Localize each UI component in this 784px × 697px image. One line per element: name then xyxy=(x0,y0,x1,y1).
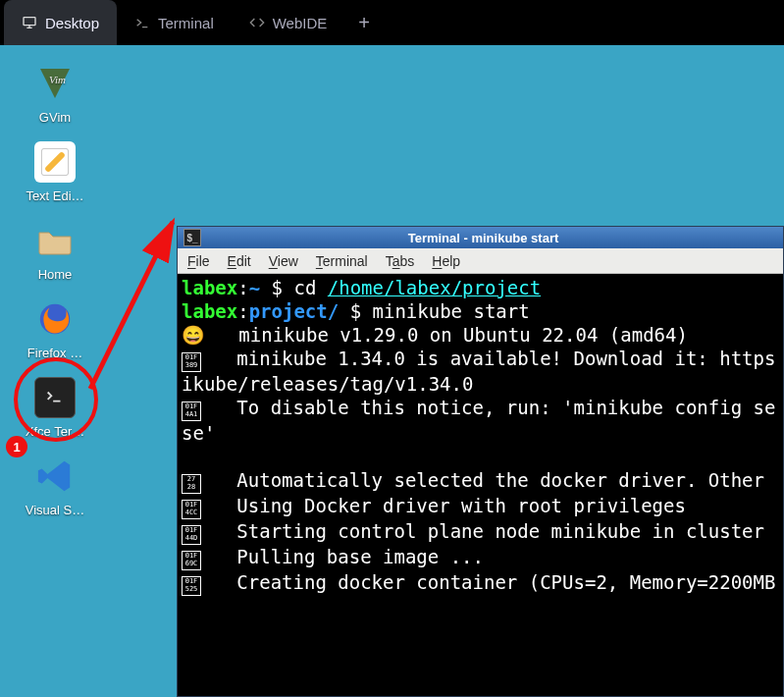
desktop-icon-label: GVim xyxy=(16,110,94,125)
text-editor-icon xyxy=(34,141,76,183)
new-tab-button[interactable]: + xyxy=(344,0,384,45)
menu-edit[interactable]: Edit xyxy=(228,253,251,269)
desktop-icon-label: Visual S… xyxy=(16,503,94,517)
desktop-icon-home[interactable]: Home xyxy=(16,220,94,282)
desktop-icon-label: Xfce Ter… xyxy=(16,424,94,439)
desktop-icon-xfce-terminal[interactable]: Xfce Ter… xyxy=(16,377,94,439)
terminal-icon xyxy=(34,377,76,418)
terminal-window: $_ Terminal - minikube start File Edit V… xyxy=(177,226,784,697)
desktop-icon-text-editor[interactable]: Text Edi… xyxy=(16,141,94,203)
monitor-icon xyxy=(22,15,37,30)
menu-tabs[interactable]: Tabs xyxy=(386,253,415,269)
tab-webide[interactable]: WebIDE xyxy=(232,0,345,45)
desktop-icon-vscode[interactable]: Visual S… xyxy=(16,456,94,517)
desktop-icon-label: Firefox … xyxy=(16,346,94,360)
window-icon: $_ xyxy=(183,229,201,246)
menu-help[interactable]: Help xyxy=(432,253,460,269)
svg-rect-0 xyxy=(24,18,35,26)
menu-terminal[interactable]: Terminal xyxy=(316,253,368,269)
desktop-icon-gvim[interactable]: Vim GVim xyxy=(16,63,94,125)
desktop-area[interactable]: Vim GVim Text Edi… Home Firefox … Xfce T… xyxy=(0,45,784,697)
terminal-body[interactable]: labex:~ $ cd /home/labex/project labex:p… xyxy=(178,274,783,696)
annotation-step-badge: 1 xyxy=(6,436,27,457)
gvim-icon: Vim xyxy=(34,63,76,104)
menu-view[interactable]: View xyxy=(269,253,298,269)
terminal-menubar: File Edit View Terminal Tabs Help xyxy=(178,248,783,274)
menu-file[interactable]: File xyxy=(187,253,210,269)
tab-label: WebIDE xyxy=(273,15,328,31)
tab-label: Terminal xyxy=(158,15,214,31)
tab-terminal[interactable]: Terminal xyxy=(117,0,232,45)
desktop-icon-firefox[interactable]: Firefox … xyxy=(16,298,94,360)
svg-text:Vim: Vim xyxy=(49,74,66,85)
window-title: Terminal - minikube start xyxy=(207,231,783,245)
firefox-icon xyxy=(34,298,76,340)
vm-tabbar: Desktop Terminal WebIDE + xyxy=(0,0,784,45)
tab-desktop[interactable]: Desktop xyxy=(4,0,117,45)
vscode-icon xyxy=(34,456,76,497)
folder-icon xyxy=(34,220,76,261)
tab-label: Desktop xyxy=(45,15,99,31)
code-icon xyxy=(249,15,265,30)
annotation-arrow xyxy=(82,202,190,399)
window-titlebar[interactable]: $_ Terminal - minikube start xyxy=(178,227,783,248)
desktop-icon-label: Text Edi… xyxy=(16,188,94,203)
prompt-icon xyxy=(134,15,150,30)
svg-line-4 xyxy=(90,222,173,389)
desktop-icon-label: Home xyxy=(16,267,94,282)
